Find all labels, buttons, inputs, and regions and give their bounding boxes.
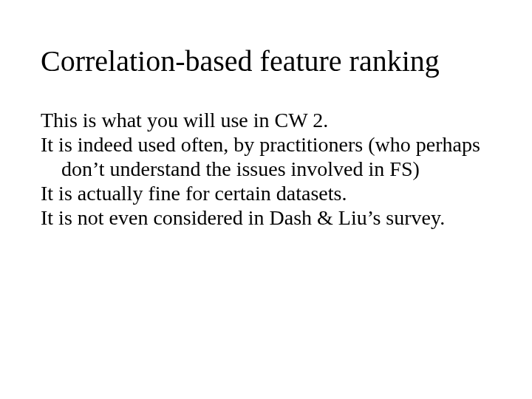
paragraph: It is actually fine for certain datasets… xyxy=(41,181,495,205)
slide-body: This is what you will use in CW 2. It is… xyxy=(41,108,495,230)
paragraph: It is not even considered in Dash & Liu’… xyxy=(41,205,495,230)
paragraph: This is what you will use in CW 2. xyxy=(41,108,495,132)
slide-title: Correlation-based feature ranking xyxy=(41,44,495,78)
slide: Correlation-based feature ranking This i… xyxy=(0,0,532,399)
paragraph: It is indeed used often, by practitioner… xyxy=(41,132,495,181)
